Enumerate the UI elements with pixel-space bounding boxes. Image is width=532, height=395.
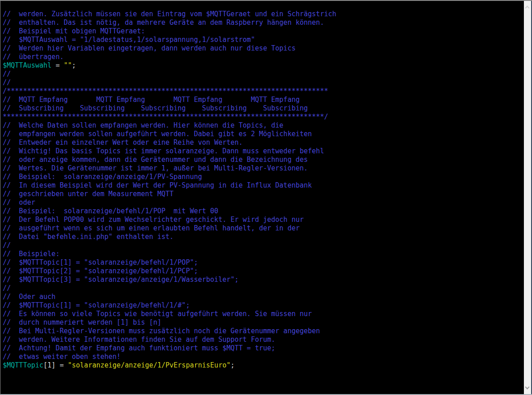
code-segment-plain: ; [72, 61, 76, 69]
code-line: // Subscribing Subscribing Subscribing S… [3, 104, 524, 113]
code-segment-comment: // werden. Zusätzlich müssen sie den Ein… [3, 10, 336, 18]
code-segment-comment: // etwas weiter oben stehen! [3, 353, 121, 361]
code-segment-comment: // [3, 70, 11, 78]
code-segment-comment: // In diesem Beispiel wird der Wert der … [3, 181, 312, 189]
code-line: $MQTTTopic[1] = "solaranzeige/anzeige/1/… [3, 361, 524, 370]
code-segment-comment: // ausgeführt wenn es sich um einen erla… [3, 224, 300, 232]
code-segment-comment: // Welche Daten sollen empfangen werden.… [3, 121, 283, 129]
code-segment-comment: // [3, 284, 11, 292]
code-line: // Oder auch [3, 293, 524, 301]
code-line: // Beispiel mit obigen MQTTGeraet: [3, 27, 524, 36]
editor-buffer[interactable]: // werden. Zusätzlich müssen sie den Ein… [3, 10, 524, 370]
code-segment-comment: // geschrieben unter dem Measurement MQT… [3, 190, 173, 198]
code-segment-comment: // oder [3, 198, 35, 207]
code-segment-comment: // Entweder ein einzelner Wert oder eine… [3, 138, 243, 147]
code-line: // Welche Daten sollen empfangen werden.… [3, 121, 524, 130]
nano-shortcut-bar: ^G Hilfe^O Speichern^W Wo ist^K Ausschne… [0, 377, 524, 394]
code-line: // Achtung! Damit der Empfang auch funkt… [3, 344, 524, 353]
terminal-window: // werden. Zusätzlich müssen sie den Ein… [0, 0, 532, 395]
code-segment-comment: // empfangen werden sollen aufgeführt we… [3, 130, 312, 138]
code-line: // Es können so viele Topics wie benötig… [3, 310, 524, 318]
scrollbar-up-icon[interactable] [525, 6, 530, 10]
code-segment-comment: // oder anzeige kommen, dann die Geräten… [3, 156, 308, 164]
terminal-client-area: // werden. Zusätzlich müssen sie den Ein… [0, 1, 524, 394]
code-line: // [3, 284, 524, 293]
code-segment-comment: // Beispiel: solaranzeige/anzeige/1/PV-S… [3, 173, 202, 181]
code-segment-comment: // Beispiele: [3, 250, 59, 258]
code-segment-comment: // MQTT Empfang MQTT Empfang MQTT Empfan… [3, 96, 300, 104]
code-line: // empfangen werden sollen aufgeführt we… [3, 130, 524, 138]
code-segment-comment: // $MQTTTopic[1] = "solaranzeige/befehl/… [3, 258, 198, 266]
code-segment-comment: // Beispiel: solaranzeige/befehl/1/POP m… [3, 207, 218, 215]
code-segment-comment: // übertragen. [3, 53, 64, 61]
code-line: // oder [3, 198, 524, 207]
code-line: // durch nummeriert werden [1] bis [n] [3, 318, 524, 327]
code-line: // Beispiele: [3, 250, 524, 258]
code-segment-comment: // Der Befehl POP00 wird zum Wechselrich… [3, 216, 304, 224]
code-line: // Bei Multi-Regler-Versionen muss zusät… [3, 327, 524, 335]
code-line: // Wichtig! Das basis Topics ist immer s… [3, 147, 524, 156]
code-segment-comment: // enthalten. Das ist nötig, da mehrere … [3, 18, 324, 27]
code-line: // Wertes. Die Gerätenummer ist immer 1,… [3, 164, 524, 173]
code-segment-comment: // Datei "befehle.ini.php" enthalten ist… [3, 233, 173, 241]
code-segment-comment: // Achtung! Damit der Empfang auch funkt… [3, 344, 275, 352]
code-line: // [3, 241, 524, 250]
code-segment-comment: // Wichtig! Das basis Topics ist immer s… [3, 147, 324, 155]
code-line: // $MQTTAuswahl = "1/ladestatus,1/solars… [3, 36, 524, 44]
code-line: // ausgeführt wenn es sich um einen erla… [3, 224, 524, 233]
code-line: // übertragen. [3, 53, 524, 61]
code-segment-comment: // $MQTTTopic[3] = "solaranzeige/anzeige… [3, 276, 239, 284]
code-segment-comment: ****************************************… [3, 113, 328, 121]
scrollbar[interactable] [524, 1, 531, 394]
code-segment-comment: // $MQTTAuswahl = "1/ladestatus,1/solars… [3, 36, 255, 44]
code-segment-comment: // durch nummeriert werden [1] bis [n] [3, 318, 161, 326]
code-line: // Beispiel: solaranzeige/befehl/1/POP m… [3, 207, 524, 216]
code-segment-comment: // Bei Multi-Regler-Versionen muss zusät… [3, 327, 320, 335]
code-segment-var: $MQTTTopic [3, 361, 43, 369]
code-segment-plain: = [51, 61, 64, 69]
code-line: ****************************************… [3, 113, 524, 121]
code-segment-comment: // $MQTTTopic[2] = "solaranzeige/befehl/… [3, 267, 198, 275]
code-line: $MQTTAuswahl = ""; [3, 61, 524, 70]
code-line: // $MQTTTopic[1] = "solaranzeige/befehl/… [3, 301, 524, 310]
code-segment-str: "" [64, 61, 72, 69]
code-line: // enthalten. Das ist nötig, da mehrere … [3, 18, 524, 27]
code-segment-comment: // $MQTTTopic[1] = "solaranzeige/befehl/… [3, 301, 190, 309]
code-segment-comment: /***************************************… [3, 87, 328, 95]
code-segment-comment: // Beispiel mit obigen MQTTGeraet: [3, 27, 145, 35]
code-segment-comment: // Oder auch [3, 293, 55, 301]
scrollbar-down-icon[interactable] [525, 385, 530, 390]
code-line: // Datei "befehle.ini.php" enthalten ist… [3, 233, 524, 241]
code-line: // geschrieben unter dem Measurement MQT… [3, 190, 524, 198]
code-line: // Werden hier Variablen eingetragen, da… [3, 44, 524, 53]
code-line: // [3, 70, 524, 78]
code-line: // etwas weiter oben stehen! [3, 353, 524, 361]
code-line: // Beispiel: solaranzeige/anzeige/1/PV-S… [3, 173, 524, 181]
code-line: /***************************************… [3, 87, 524, 96]
code-segment-comment: // Werden hier Variablen eingetragen, da… [3, 44, 296, 52]
code-segment-comment: // [3, 241, 11, 249]
code-line: // Der Befehl POP00 wird zum Wechselrich… [3, 216, 524, 224]
code-line: // MQTT Empfang MQTT Empfang MQTT Empfan… [3, 96, 524, 104]
code-segment-plain: [1] = [43, 361, 68, 369]
code-segment-var: $MQTTAuswahl [3, 61, 51, 69]
code-line: // $MQTTTopic[3] = "solaranzeige/anzeige… [3, 276, 524, 284]
code-line: // In diesem Beispiel wird der Wert der … [3, 181, 524, 190]
code-line: // $MQTTTopic[1] = "solaranzeige/befehl/… [3, 258, 524, 267]
code-line: // oder anzeige kommen, dann die Geräten… [3, 156, 524, 164]
code-line: // $MQTTTopic[2] = "solaranzeige/befehl/… [3, 267, 524, 276]
code-segment-comment: // [3, 78, 11, 87]
code-segment-str: "solaranzeige/anzeige/1/PvErsparnisEuro" [68, 361, 231, 369]
code-line: // Entweder ein einzelner Wert oder eine… [3, 138, 524, 147]
code-segment-comment: // Subscribing Subscribing Subscribing S… [3, 104, 308, 112]
code-segment-comment: // Wertes. Die Gerätenummer ist immer 1,… [3, 164, 308, 172]
code-segment-plain: ; [231, 361, 235, 369]
code-segment-comment: // werden. Weitere Informationen finden … [3, 335, 275, 344]
code-line: // werden. Weitere Informationen finden … [3, 335, 524, 344]
code-line: // [3, 78, 524, 87]
code-line: // werden. Zusätzlich müssen sie den Ein… [3, 10, 524, 18]
code-segment-comment: // Es können so viele Topics wie benötig… [3, 310, 312, 318]
